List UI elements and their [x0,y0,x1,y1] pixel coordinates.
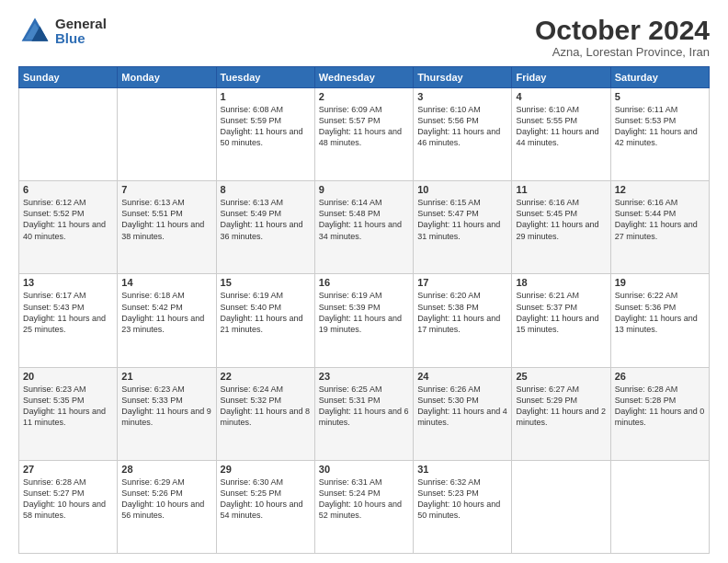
subtitle: Azna, Lorestan Province, Iran [535,45,710,59]
day-number: 23 [319,371,409,382]
header: General Blue October 2024 Azna, Lorestan… [18,15,710,59]
day-info: Sunrise: 6:14 AM Sunset: 5:48 PM Dayligh… [319,197,409,242]
week-row-1: 1Sunrise: 6:08 AM Sunset: 5:59 PM Daylig… [19,88,710,181]
day-info: Sunrise: 6:26 AM Sunset: 5:30 PM Dayligh… [417,384,507,429]
day-info: Sunrise: 6:20 AM Sunset: 5:38 PM Dayligh… [417,290,507,335]
logo-text: General Blue [55,17,107,47]
day-info: Sunrise: 6:17 AM Sunset: 5:43 PM Dayligh… [23,290,113,335]
day-info: Sunrise: 6:19 AM Sunset: 5:39 PM Dayligh… [319,290,409,335]
day-number: 13 [23,277,113,288]
calendar-cell: 10Sunrise: 6:15 AM Sunset: 5:47 PM Dayli… [414,181,512,274]
day-info: Sunrise: 6:27 AM Sunset: 5:29 PM Dayligh… [516,384,606,429]
day-number: 30 [319,464,409,475]
calendar-table: Sunday Monday Tuesday Wednesday Thursday… [18,66,710,554]
col-monday: Monday [118,67,216,88]
calendar-cell: 25Sunrise: 6:27 AM Sunset: 5:29 PM Dayli… [512,367,610,460]
col-tuesday: Tuesday [216,67,314,88]
calendar-cell: 12Sunrise: 6:16 AM Sunset: 5:44 PM Dayli… [610,181,709,274]
day-number: 24 [417,371,507,382]
calendar-cell: 6Sunrise: 6:12 AM Sunset: 5:52 PM Daylig… [19,181,118,274]
page: General Blue October 2024 Azna, Lorestan… [0,0,728,563]
calendar-cell: 19Sunrise: 6:22 AM Sunset: 5:36 PM Dayli… [610,274,709,367]
calendar-header: Sunday Monday Tuesday Wednesday Thursday… [19,67,710,88]
day-number: 26 [615,371,705,382]
day-info: Sunrise: 6:24 AM Sunset: 5:32 PM Dayligh… [221,384,311,429]
main-title: October 2024 [535,15,710,45]
calendar-cell [512,460,610,553]
logo-icon [18,15,51,48]
day-number: 29 [221,464,311,475]
day-number: 18 [516,277,606,288]
calendar-cell: 27Sunrise: 6:28 AM Sunset: 5:27 PM Dayli… [19,460,118,553]
calendar-cell: 30Sunrise: 6:31 AM Sunset: 5:24 PM Dayli… [314,460,413,553]
day-info: Sunrise: 6:16 AM Sunset: 5:45 PM Dayligh… [516,197,606,242]
calendar-cell: 14Sunrise: 6:18 AM Sunset: 5:42 PM Dayli… [118,274,216,367]
week-row-2: 6Sunrise: 6:12 AM Sunset: 5:52 PM Daylig… [19,181,710,274]
day-info: Sunrise: 6:21 AM Sunset: 5:37 PM Dayligh… [516,290,606,335]
day-number: 11 [516,184,606,195]
week-row-4: 20Sunrise: 6:23 AM Sunset: 5:35 PM Dayli… [19,367,710,460]
day-number: 14 [121,277,211,288]
day-info: Sunrise: 6:28 AM Sunset: 5:27 PM Dayligh… [23,477,113,522]
day-number: 15 [221,277,311,288]
calendar-cell: 24Sunrise: 6:26 AM Sunset: 5:30 PM Dayli… [414,367,512,460]
day-info: Sunrise: 6:23 AM Sunset: 5:33 PM Dayligh… [121,384,211,429]
calendar-cell [610,460,709,553]
week-row-3: 13Sunrise: 6:17 AM Sunset: 5:43 PM Dayli… [19,274,710,367]
day-info: Sunrise: 6:32 AM Sunset: 5:23 PM Dayligh… [417,477,507,522]
col-saturday: Saturday [610,67,709,88]
calendar-cell: 16Sunrise: 6:19 AM Sunset: 5:39 PM Dayli… [314,274,413,367]
day-number: 19 [615,277,705,288]
day-info: Sunrise: 6:29 AM Sunset: 5:26 PM Dayligh… [121,477,211,522]
logo: General Blue [18,15,107,48]
calendar-cell: 7Sunrise: 6:13 AM Sunset: 5:51 PM Daylig… [118,181,216,274]
day-number: 25 [516,371,606,382]
calendar-cell: 26Sunrise: 6:28 AM Sunset: 5:28 PM Dayli… [610,367,709,460]
col-sunday: Sunday [19,67,118,88]
day-info: Sunrise: 6:28 AM Sunset: 5:28 PM Dayligh… [615,384,705,429]
day-number: 1 [221,91,311,102]
calendar-cell: 11Sunrise: 6:16 AM Sunset: 5:45 PM Dayli… [512,181,610,274]
logo-blue: Blue [55,31,107,47]
day-info: Sunrise: 6:30 AM Sunset: 5:25 PM Dayligh… [221,477,311,522]
day-number: 22 [221,371,311,382]
day-info: Sunrise: 6:08 AM Sunset: 5:59 PM Dayligh… [221,104,311,149]
day-info: Sunrise: 6:16 AM Sunset: 5:44 PM Dayligh… [615,197,705,242]
day-number: 6 [23,184,113,195]
day-info: Sunrise: 6:23 AM Sunset: 5:35 PM Dayligh… [23,384,113,429]
day-number: 10 [417,184,507,195]
day-number: 17 [417,277,507,288]
day-info: Sunrise: 6:31 AM Sunset: 5:24 PM Dayligh… [319,477,409,522]
calendar-body: 1Sunrise: 6:08 AM Sunset: 5:59 PM Daylig… [19,88,710,554]
day-info: Sunrise: 6:25 AM Sunset: 5:31 PM Dayligh… [319,384,409,429]
day-info: Sunrise: 6:13 AM Sunset: 5:51 PM Dayligh… [121,197,211,242]
calendar-cell: 13Sunrise: 6:17 AM Sunset: 5:43 PM Dayli… [19,274,118,367]
day-number: 5 [615,91,705,102]
calendar-cell: 22Sunrise: 6:24 AM Sunset: 5:32 PM Dayli… [216,367,314,460]
calendar-cell: 18Sunrise: 6:21 AM Sunset: 5:37 PM Dayli… [512,274,610,367]
day-number: 12 [615,184,705,195]
day-number: 27 [23,464,113,475]
day-number: 31 [417,464,507,475]
calendar-cell: 8Sunrise: 6:13 AM Sunset: 5:49 PM Daylig… [216,181,314,274]
calendar-cell: 17Sunrise: 6:20 AM Sunset: 5:38 PM Dayli… [414,274,512,367]
day-info: Sunrise: 6:12 AM Sunset: 5:52 PM Dayligh… [23,197,113,242]
calendar-cell: 2Sunrise: 6:09 AM Sunset: 5:57 PM Daylig… [314,88,413,181]
calendar-cell: 15Sunrise: 6:19 AM Sunset: 5:40 PM Dayli… [216,274,314,367]
col-thursday: Thursday [414,67,512,88]
day-info: Sunrise: 6:22 AM Sunset: 5:36 PM Dayligh… [615,290,705,335]
day-number: 4 [516,91,606,102]
calendar-cell: 3Sunrise: 6:10 AM Sunset: 5:56 PM Daylig… [414,88,512,181]
day-info: Sunrise: 6:10 AM Sunset: 5:56 PM Dayligh… [417,104,507,149]
calendar-cell: 21Sunrise: 6:23 AM Sunset: 5:33 PM Dayli… [118,367,216,460]
calendar-cell: 20Sunrise: 6:23 AM Sunset: 5:35 PM Dayli… [19,367,118,460]
day-number: 16 [319,277,409,288]
calendar-cell: 29Sunrise: 6:30 AM Sunset: 5:25 PM Dayli… [216,460,314,553]
logo-general: General [55,17,107,32]
day-number: 28 [121,464,211,475]
col-wednesday: Wednesday [314,67,413,88]
day-number: 3 [417,91,507,102]
calendar-cell: 5Sunrise: 6:11 AM Sunset: 5:53 PM Daylig… [610,88,709,181]
calendar-cell: 9Sunrise: 6:14 AM Sunset: 5:48 PM Daylig… [314,181,413,274]
calendar-cell: 28Sunrise: 6:29 AM Sunset: 5:26 PM Dayli… [118,460,216,553]
